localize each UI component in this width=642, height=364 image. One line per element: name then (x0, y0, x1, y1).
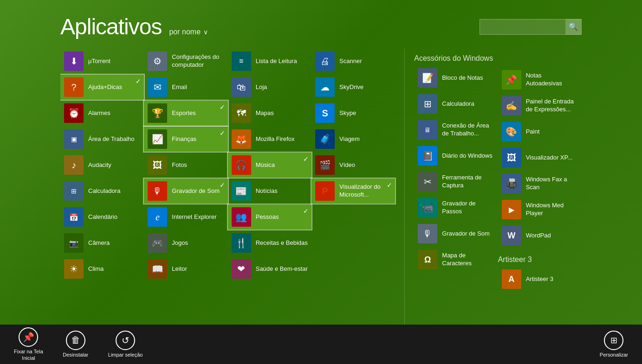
list-item[interactable]: ≡ Lista de Leitura (228, 49, 311, 74)
jogos-icon: 🎮 (148, 233, 167, 253)
notas-icon: 📌 (502, 70, 521, 89)
list-item[interactable]: 📰 Notícias (228, 179, 311, 204)
list-item[interactable]: ✍ Painel de Entrada de Expressões... (498, 93, 582, 118)
check-icon: ✓ (220, 181, 225, 189)
list-item[interactable]: 🏆 Esportes ✓ (144, 101, 227, 126)
list-item[interactable]: ▶ Windows Med Player (498, 197, 582, 222)
list-item[interactable]: 📹 Gravador de Passos (414, 195, 498, 220)
app-name: Scanner (339, 57, 362, 65)
fix-label: Fixar na TelaInicial (14, 349, 43, 361)
list-item[interactable]: S Skype (311, 101, 395, 126)
audacity-icon: ♪ (64, 155, 84, 175)
list-item[interactable]: 🎙 Gravador de Som ✓ (144, 179, 227, 204)
list-item[interactable]: 🎮 Jogos (144, 230, 227, 255)
personalize-icon: ⊞ (604, 331, 623, 350)
app-name: Calculadora (442, 100, 474, 108)
list-item[interactable]: Ω Mapa de Caracteres (414, 247, 498, 272)
clear-button[interactable]: ↺ Limpar seleção (108, 331, 143, 358)
list-item[interactable]: A Artisteer 3 (498, 267, 582, 292)
list-item[interactable]: ▣ Área de Trabalho (60, 127, 144, 152)
list-item[interactable]: ⏰ Alarmes (60, 101, 144, 126)
list-item[interactable]: 🎬 Vídeo (311, 153, 395, 178)
pin-icon: 📌 (19, 327, 38, 347)
app-name: Gravador de Som (442, 230, 490, 238)
section-header-artisteer: Artisteer 3 (498, 252, 582, 266)
personalize-button[interactable]: ⊞ Personalizar (600, 331, 628, 358)
gravador-som-icon: 🎙 (148, 181, 167, 201)
list-item[interactable]: ⊞ Calculadora (414, 91, 498, 116)
financas-icon: 📈 (148, 129, 167, 149)
list-item[interactable]: ⊞ Calculadora (60, 179, 144, 204)
list-item[interactable]: 📝 Bloco de Notas (414, 65, 498, 90)
loja-icon: 🛍 (232, 77, 251, 97)
mapa-caracteres-icon: Ω (418, 250, 437, 269)
list-item[interactable]: ✉ Email (144, 75, 227, 100)
list-item[interactable]: 📠 Windows Fax a Scan (498, 171, 582, 196)
bloco-notas-icon: 📝 (418, 68, 437, 88)
columns-wrapper: ⬇ μTorrent ? Ajuda+Dicas ✓ ⏰ Alarmes ▣ Á… (60, 49, 582, 332)
scanner-icon: 🖨 (315, 51, 335, 71)
list-item[interactable]: 📅 Calendário (60, 204, 144, 230)
app-name: SkyDrive (339, 83, 363, 91)
search-box[interactable]: 🔍 (480, 19, 582, 35)
section-divider (404, 49, 405, 332)
list-item[interactable]: 👥 Pessoas ✓ (228, 204, 311, 230)
list-item[interactable]: 🖨 Scanner (311, 49, 395, 74)
app-name: Notícias (256, 187, 278, 195)
list-item[interactable]: ♪ Audacity (60, 153, 144, 178)
list-item[interactable]: ? Ajuda+Dicas ✓ (60, 75, 144, 100)
list-item[interactable]: 🎧 Música ✓ (228, 153, 311, 178)
list-item[interactable]: 🎙 Gravador de Som (414, 221, 498, 246)
app-name: Gravador de Passos (442, 200, 494, 216)
list-item[interactable]: ❤ Saúde e Bem-estar (228, 256, 311, 281)
ajuda-icon: ? (64, 77, 84, 97)
check-icon: ✓ (387, 181, 392, 189)
fix-button[interactable]: 📌 Fixar na TelaInicial (14, 327, 43, 361)
list-item[interactable]: 🖼 Fotos (144, 153, 227, 178)
list-item[interactable]: ⚙ Configurações do computador (144, 49, 227, 74)
esportes-icon: 🏆 (148, 103, 167, 123)
app-name: Mozilla Firefox (256, 135, 295, 143)
sort-selector[interactable]: por nome ∨ (169, 28, 208, 36)
list-item[interactable]: 📓 Diário do Windows (414, 143, 498, 168)
visualizador-xp-icon: 🖼 (502, 148, 521, 167)
ferramenta-captura-icon: ✂ (418, 172, 437, 192)
list-item[interactable]: e Internet Explorer (144, 204, 227, 230)
app-name: Pessoas (256, 213, 279, 221)
list-item[interactable]: 🦊 Mozilla Firefox (228, 127, 311, 152)
conexao-area-icon: 🖥 (418, 120, 437, 140)
sort-label: por nome (169, 28, 201, 36)
config-icon: ⚙ (148, 51, 167, 71)
app-name: Lista de Leitura (256, 57, 297, 65)
clima-icon: ☀ (64, 259, 84, 279)
list-item[interactable]: ⬇ μTorrent (60, 49, 144, 74)
app-name: Alarmes (88, 109, 110, 117)
search-input[interactable] (484, 23, 565, 31)
list-item[interactable]: 🍴 Receitas e Bebidas (228, 230, 311, 255)
video-icon: 🎬 (315, 155, 335, 175)
list-item[interactable]: 🧳 Viagem (311, 127, 395, 152)
list-item[interactable]: 🖼 Visualizador XP... (498, 145, 582, 170)
uninstall-button[interactable]: 🗑 Desinstalar (62, 331, 90, 358)
app-name: Área de Trabalho (88, 135, 135, 143)
list-item[interactable]: ☀ Clima (60, 256, 144, 281)
list-item[interactable]: 📷 Câmera (60, 230, 144, 255)
list-item[interactable]: ☁ SkyDrive (311, 75, 395, 100)
list-item[interactable]: 🖥 Conexão de Área de Trabalho... (414, 117, 498, 142)
header: Aplicativos por nome ∨ 🔍 (0, 0, 642, 44)
list-item[interactable]: 🛍 Loja (228, 75, 311, 100)
utorrent-icon: ⬇ (64, 51, 84, 71)
list-item[interactable]: W WordPad (498, 223, 582, 248)
page-title: Aplicativos (60, 14, 162, 39)
list-item[interactable]: 📌 Notas Autoadesivas (498, 67, 582, 92)
list-item[interactable]: 🎨 Paint (498, 119, 582, 144)
list-item[interactable]: 📈 Finanças ✓ (144, 127, 227, 152)
diario-icon: 📓 (418, 146, 437, 166)
app-column-2: ⚙ Configurações do computador ✉ Email 🏆 … (144, 49, 227, 332)
list-item[interactable]: ✂ Ferramenta de Captura (414, 169, 498, 194)
list-item[interactable]: P Visualizador do Microsoft... ✓ (311, 179, 395, 204)
saude-icon: ❤ (232, 259, 251, 279)
list-item[interactable]: 🗺 Mapas (228, 101, 311, 126)
list-item[interactable]: 📖 Leitor (144, 256, 227, 281)
search-button[interactable]: 🔍 (565, 19, 581, 35)
